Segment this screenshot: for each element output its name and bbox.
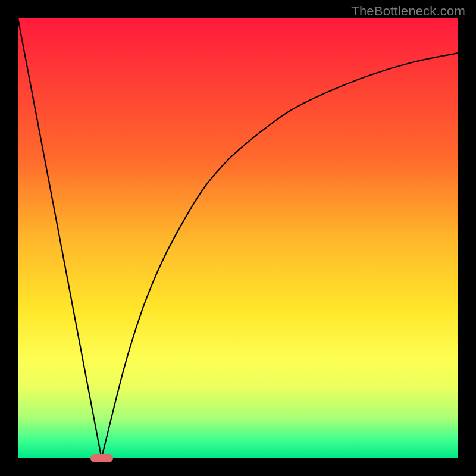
chart-frame: TheBottleneck.com [0,0,476,476]
right-branch-path [102,53,458,458]
curve-svg [18,18,458,458]
plot-area [18,18,458,458]
credit-text: TheBottleneck.com [351,4,465,19]
left-branch-path [18,18,102,458]
optimum-marker [90,454,113,462]
